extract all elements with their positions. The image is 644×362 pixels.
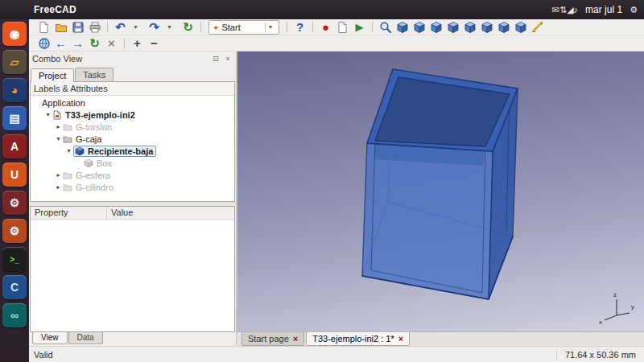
view-right-icon[interactable]	[444, 19, 461, 35]
nav-stop-icon[interactable]: ×	[103, 35, 120, 51]
view-axonometric-icon[interactable]	[512, 19, 529, 35]
open-document-icon[interactable]	[52, 19, 69, 35]
nav-back-icon[interactable]: ←	[52, 35, 69, 51]
tools-icon[interactable]: ⚙	[2, 191, 27, 215]
writer-icon[interactable]: ▤	[2, 106, 27, 130]
redo-icon[interactable]: ↷	[146, 19, 163, 35]
zoom-in-icon[interactable]: +	[129, 35, 146, 51]
tree-item-g-caja[interactable]: ▾G-caja	[31, 133, 234, 145]
files-icon[interactable]: ▱	[2, 50, 27, 74]
chromium-icon[interactable]: C	[2, 275, 27, 299]
close-tab-icon[interactable]: ×	[398, 335, 403, 343]
tab-project[interactable]: Project	[31, 68, 74, 82]
part-icon	[75, 146, 85, 156]
network-icon[interactable]: ⇅	[559, 5, 567, 14]
tree-item-t33-ejemplo-ini2[interactable]: ▾T33-ejemplo-ini2	[31, 109, 234, 121]
model-tree-frame: Labels & Attributes Application▾T33-ejem…	[30, 81, 235, 202]
property-editor: Property Value	[30, 206, 235, 332]
status-message: Valid	[29, 350, 53, 360]
nav-forward-icon[interactable]: →	[69, 35, 86, 51]
tree-item-application[interactable]: Application	[31, 97, 234, 109]
tab-tasks[interactable]: Tasks	[75, 68, 114, 81]
view-left-icon[interactable]	[495, 19, 512, 35]
view-fit-all-icon[interactable]	[377, 19, 394, 35]
tab-view[interactable]: View	[32, 332, 68, 344]
model-box[interactable]	[237, 51, 644, 331]
chevron-down-icon: ▾	[269, 23, 275, 31]
tree-collapsed-arrow-icon[interactable]: ▸	[54, 183, 63, 191]
tree-expanded-arrow-icon[interactable]: ▾	[64, 147, 73, 154]
page-refresh-icon[interactable]: ↻	[86, 35, 103, 51]
view-isometric-icon[interactable]	[394, 19, 411, 35]
red-a-app-icon[interactable]: A	[2, 134, 27, 158]
new-document-icon[interactable]	[35, 19, 52, 35]
workbench-icon: ✦	[213, 23, 221, 32]
tree-item-g-esfera[interactable]: ▸G-esfera	[31, 169, 234, 181]
undo-menu-icon[interactable]: ▾	[129, 19, 146, 35]
measure-distance-icon[interactable]	[529, 19, 546, 35]
tree-item-label: G-torsion	[76, 122, 112, 132]
float-panel-icon[interactable]: ⊡	[211, 54, 221, 64]
terminal-icon[interactable]: >_	[2, 247, 27, 271]
property-table-header: Property Value	[31, 207, 234, 220]
box-icon	[84, 158, 94, 168]
print-document-icon[interactable]	[86, 19, 103, 35]
status-bar: Valid 71.64 x 50.36 mm	[29, 346, 644, 362]
refresh-icon[interactable]: ↻	[180, 19, 196, 35]
tree-expanded-arrow-icon[interactable]: ▾	[43, 111, 52, 118]
combo-view-tabs: ProjectTasks	[29, 66, 236, 81]
clock[interactable]: mar jul 1	[585, 4, 622, 15]
zoom-out-icon[interactable]: −	[146, 35, 163, 51]
toolbar-separator	[124, 38, 125, 48]
view-rear-icon[interactable]	[461, 19, 478, 35]
document-icon	[52, 110, 63, 120]
column-property[interactable]: Property	[31, 207, 107, 219]
tree-collapsed-arrow-icon[interactable]: ▸	[54, 171, 63, 179]
tree-item-g-cilindro[interactable]: ▸G-cilindro	[31, 181, 234, 193]
tree-item-box[interactable]: Box	[31, 157, 234, 169]
view-front-icon[interactable]	[411, 19, 427, 35]
view-bottom-icon[interactable]	[478, 19, 495, 35]
view-top-icon[interactable]	[427, 19, 444, 35]
workbench-label: Start	[221, 23, 240, 32]
arduino-icon[interactable]: ∞	[2, 303, 27, 327]
tree-item-label: G-cilindro	[76, 183, 114, 192]
tree-item-g-torsion[interactable]: ▸G-torsion	[31, 121, 234, 133]
document-tab[interactable]: T33-ejemplo-ini2 : 1*×	[306, 332, 410, 346]
tab-data[interactable]: Data	[68, 332, 103, 344]
dimension-readout: 71.64 x 50.36 mm	[556, 349, 644, 360]
ubuntu-one-icon[interactable]: U	[2, 162, 27, 187]
tree-item-recipiente-baja[interactable]: ▾Recipiente-baja	[31, 145, 234, 157]
viewport-3d[interactable]: z x y	[237, 51, 644, 331]
undo-icon[interactable]: ↶	[112, 19, 129, 35]
gear-icon[interactable]: ⚙	[630, 0, 638, 19]
tree-collapsed-arrow-icon[interactable]: ▸	[54, 123, 63, 130]
tree-item-label: T33-ejemplo-ini2	[65, 110, 135, 120]
mail-icon[interactable]: ✉	[552, 5, 559, 14]
document-tabbar: Start page×T33-ejemplo-ini2 : 1*×	[237, 331, 644, 346]
settings-gear-icon[interactable]: ⚙	[2, 219, 27, 243]
close-panel-icon[interactable]: ×	[223, 54, 233, 64]
macro-list-icon[interactable]	[334, 19, 351, 35]
group-icon	[63, 122, 73, 132]
macro-record-icon[interactable]: ●	[317, 19, 334, 35]
tree-expanded-arrow-icon[interactable]: ▾	[54, 135, 63, 142]
workbench-selector[interactable]: ✦ Start▾	[208, 20, 279, 35]
whats-this-icon[interactable]: ?	[291, 19, 308, 35]
axis-x-label: x	[599, 319, 602, 326]
close-tab-icon[interactable]: ×	[293, 335, 298, 343]
document-tab[interactable]: Start page×	[242, 332, 304, 346]
macro-execute-icon[interactable]: ▶	[351, 19, 368, 35]
system-tray: ✉⇅◢♪ mar jul 1 ⚙	[552, 0, 644, 19]
property-table-body[interactable]	[31, 220, 234, 331]
volume-icon[interactable]: ♪	[574, 5, 579, 14]
combo-view-title: Combo View	[32, 54, 82, 64]
start-page-icon[interactable]	[35, 35, 52, 51]
firefox-icon[interactable]: ◕	[2, 78, 27, 102]
ubuntu-dash-icon[interactable]: ◉	[2, 22, 27, 46]
redo-menu-icon[interactable]: ▾	[163, 19, 180, 35]
ubuntu-top-bar: FreeCAD ✉⇅◢♪ mar jul 1 ⚙	[0, 0, 644, 19]
signal-icon[interactable]: ◢	[567, 5, 573, 14]
save-document-icon[interactable]	[69, 19, 86, 35]
column-value[interactable]: Value	[107, 207, 133, 219]
